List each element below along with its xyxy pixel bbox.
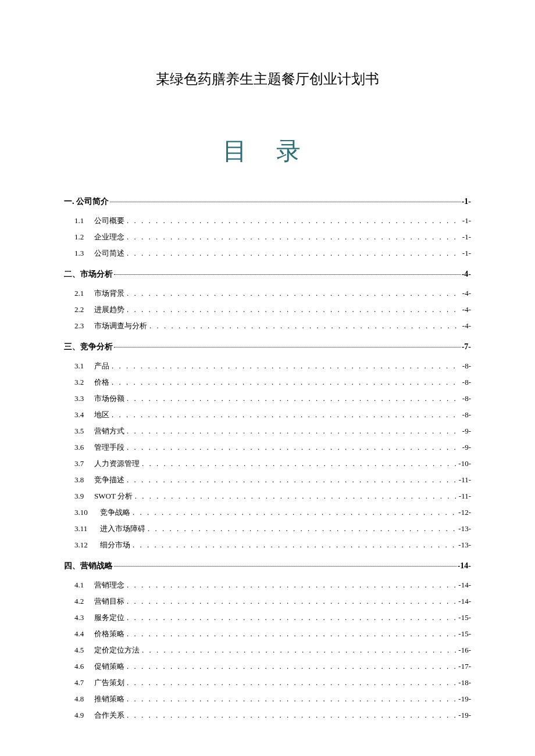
document-title: 某绿色药膳养生主题餐厅创业计划书 bbox=[64, 70, 471, 88]
toc-item-label: 服务定位 bbox=[94, 612, 124, 623]
toc-item-page: -8- bbox=[462, 361, 471, 371]
toc-heading: 目 录 bbox=[64, 135, 471, 167]
toc-item-label: 管理手段 bbox=[94, 442, 124, 453]
toc-item-row: 4.9合作关系. . . . . . . . . . . . . . . . .… bbox=[64, 710, 471, 721]
toc-section-row: 三、竞争分析-7- bbox=[64, 342, 471, 355]
toc-item-number: 4.1 bbox=[74, 581, 94, 590]
toc-item-page: -4- bbox=[462, 305, 471, 314]
toc-item-row: 3.10竞争战略. . . . . . . . . . . . . . . . … bbox=[64, 507, 471, 518]
toc-leader-dots: . . . . . . . . . . . . . . . . . . . . … bbox=[127, 475, 456, 485]
toc-item-number: 3.10 bbox=[74, 508, 100, 517]
toc-item-label: 营销理念 bbox=[94, 580, 124, 590]
toc-item-number: 2.3 bbox=[74, 321, 94, 331]
toc-leader-dots: . . . . . . . . . . . . . . . . . . . . … bbox=[148, 524, 456, 533]
toc-item-label: 定价定位方法 bbox=[94, 645, 140, 655]
toc-item-label: 进入市场障碍 bbox=[100, 524, 145, 534]
toc-item-page: -17- bbox=[458, 662, 471, 671]
toc-leader-dots: . . . . . . . . . . . . . . . . . . . . … bbox=[127, 581, 456, 590]
toc-item-number: 1.3 bbox=[74, 249, 94, 258]
toc-item-row: 4.7广告策划. . . . . . . . . . . . . . . . .… bbox=[64, 678, 471, 688]
toc-item-number: 3.8 bbox=[74, 475, 94, 485]
toc-item-label: 市场背景 bbox=[94, 288, 124, 299]
toc-item-row: 3.11进入市场障碍. . . . . . . . . . . . . . . … bbox=[64, 524, 471, 534]
toc-item-label: 市场调查与分析 bbox=[94, 321, 147, 331]
toc-item-page: -1- bbox=[462, 216, 471, 225]
toc-item-label: 价格 bbox=[94, 377, 109, 388]
toc-leader-dots: . . . . . . . . . . . . . . . . . . . . … bbox=[127, 662, 456, 671]
toc-item-row: 3.3市场份额. . . . . . . . . . . . . . . . .… bbox=[64, 393, 471, 404]
toc-item-row: 4.5定价定位方法. . . . . . . . . . . . . . . .… bbox=[64, 645, 471, 655]
toc-item-label: 人力资源管理 bbox=[94, 458, 140, 469]
toc-item-number: 4.8 bbox=[74, 694, 94, 704]
toc-item-page: -8- bbox=[462, 378, 471, 387]
table-of-contents: 一. 公司简介-1-1.1公司概要. . . . . . . . . . . .… bbox=[64, 196, 471, 721]
toc-section-label: 三、竞争分析 bbox=[64, 342, 113, 352]
toc-item-row: 3.4地区. . . . . . . . . . . . . . . . . .… bbox=[64, 410, 471, 420]
toc-item-row: 2.3市场调查与分析. . . . . . . . . . . . . . . … bbox=[64, 321, 471, 331]
toc-leader-dots: . . . . . . . . . . . . . . . . . . . . … bbox=[135, 492, 456, 501]
toc-item-label: 公司概要 bbox=[94, 216, 124, 226]
toc-item-number: 4.5 bbox=[74, 646, 94, 655]
toc-leader-dots: . . . . . . . . . . . . . . . . . . . . … bbox=[112, 410, 460, 420]
toc-item-page: -4- bbox=[462, 289, 471, 298]
toc-section-row: 一. 公司简介-1- bbox=[64, 196, 471, 210]
toc-leader-dots: . . . . . . . . . . . . . . . . . . . . … bbox=[142, 646, 456, 655]
toc-item-page: -18- bbox=[458, 678, 471, 687]
toc-leader-dots: . . . . . . . . . . . . . . . . . . . . … bbox=[112, 361, 460, 371]
toc-item-number: 3.3 bbox=[74, 394, 94, 403]
toc-item-row: 1.2企业理念. . . . . . . . . . . . . . . . .… bbox=[64, 232, 471, 242]
toc-item-row: 2.2进展趋势. . . . . . . . . . . . . . . . .… bbox=[64, 304, 471, 315]
toc-section-row: 二、市场分析-4- bbox=[64, 269, 471, 282]
toc-item-page: -14- bbox=[458, 581, 471, 590]
toc-item-label: 价格策略 bbox=[94, 629, 124, 639]
toc-item-row: 3.1产品. . . . . . . . . . . . . . . . . .… bbox=[64, 361, 471, 371]
toc-item-label: 竞争描述 bbox=[94, 475, 124, 485]
toc-item-page: -19- bbox=[458, 694, 471, 704]
toc-item-number: 3.1 bbox=[74, 361, 94, 371]
toc-item-row: 3.6管理手段. . . . . . . . . . . . . . . . .… bbox=[64, 442, 471, 453]
toc-item-number: 4.3 bbox=[74, 613, 94, 622]
toc-item-label: 市场份额 bbox=[94, 393, 124, 404]
toc-item-row: 3.2价格. . . . . . . . . . . . . . . . . .… bbox=[64, 377, 471, 388]
toc-item-label: 产品 bbox=[94, 361, 109, 371]
toc-leader-dots: . . . . . . . . . . . . . . . . . . . . … bbox=[133, 540, 456, 550]
toc-item-label: 合作关系 bbox=[94, 710, 124, 721]
toc-leader-dots: . . . . . . . . . . . . . . . . . . . . … bbox=[133, 508, 456, 517]
toc-item-page: -13- bbox=[458, 524, 471, 533]
toc-item-row: 1.1公司概要. . . . . . . . . . . . . . . . .… bbox=[64, 216, 471, 226]
toc-item-label: 推销策略 bbox=[94, 694, 124, 704]
toc-item-label: 促销策略 bbox=[94, 661, 124, 672]
toc-item-label: SWOT 分析 bbox=[94, 491, 133, 501]
toc-item-label: 公司简述 bbox=[94, 248, 124, 259]
toc-leader-dots: . . . . . . . . . . . . . . . . . . . . … bbox=[149, 321, 460, 331]
toc-item-label: 进展趋势 bbox=[94, 304, 124, 315]
toc-item-page: -14- bbox=[458, 597, 471, 606]
toc-item-page: -11- bbox=[459, 492, 471, 501]
toc-item-number: 3.6 bbox=[74, 443, 94, 452]
toc-item-number: 4.2 bbox=[74, 597, 94, 606]
toc-item-number: 2.1 bbox=[74, 289, 94, 298]
toc-item-number: 1.1 bbox=[74, 216, 94, 225]
toc-item-row: 3.12细分市场. . . . . . . . . . . . . . . . … bbox=[64, 540, 471, 550]
toc-item-row: 4.3服务定位. . . . . . . . . . . . . . . . .… bbox=[64, 612, 471, 623]
toc-item-page: -10- bbox=[458, 459, 471, 468]
toc-leader-dots: . . . . . . . . . . . . . . . . . . . . … bbox=[127, 694, 456, 704]
toc-item-page: -8- bbox=[462, 394, 471, 403]
toc-item-row: 4.6促销策略. . . . . . . . . . . . . . . . .… bbox=[64, 661, 471, 672]
toc-section-page: -4- bbox=[462, 270, 471, 279]
toc-item-page: -19- bbox=[458, 711, 471, 720]
toc-leader-dots: . . . . . . . . . . . . . . . . . . . . … bbox=[127, 613, 456, 622]
toc-leader-dots: . . . . . . . . . . . . . . . . . . . . … bbox=[127, 443, 460, 452]
toc-leader-dots bbox=[110, 202, 461, 202]
toc-item-number: 2.2 bbox=[74, 305, 94, 314]
toc-item-number: 3.11 bbox=[74, 524, 100, 533]
toc-item-row: 4.1营销理念. . . . . . . . . . . . . . . . .… bbox=[64, 580, 471, 590]
toc-item-page: -8- bbox=[462, 410, 471, 420]
toc-item-number: 4.4 bbox=[74, 629, 94, 639]
toc-leader-dots: . . . . . . . . . . . . . . . . . . . . … bbox=[127, 394, 460, 403]
toc-item-number: 4.6 bbox=[74, 662, 94, 671]
toc-item-row: 4.4价格策略. . . . . . . . . . . . . . . . .… bbox=[64, 629, 471, 639]
toc-leader-dots: . . . . . . . . . . . . . . . . . . . . … bbox=[127, 249, 460, 258]
toc-item-number: 3.12 bbox=[74, 540, 100, 550]
toc-item-page: -16- bbox=[458, 646, 471, 655]
